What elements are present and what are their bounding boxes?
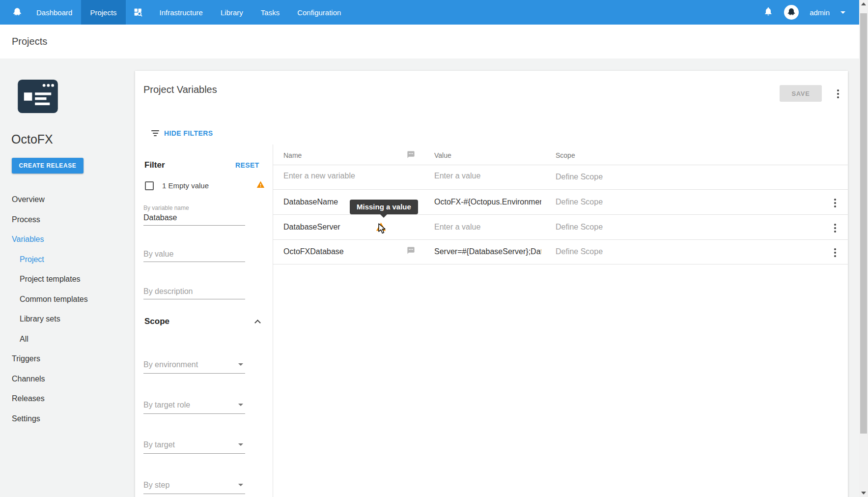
target-role-filter-select[interactable]: By target role: [143, 399, 245, 414]
filter-panel: Filter RESET 1 Empty value By variable n…: [135, 71, 273, 497]
sidebar-item-project-templates[interactable]: Project templates: [0, 269, 135, 290]
user-menu-chevron-down-icon[interactable]: [840, 11, 845, 14]
nav-item-library[interactable]: Library: [212, 0, 252, 25]
window-scrollbar[interactable]: [859, 0, 868, 497]
step-filter-label: By step: [143, 481, 169, 489]
sidebar-item-settings[interactable]: Settings: [0, 409, 135, 429]
comment-icon[interactable]: [407, 246, 415, 257]
variable-name[interactable]: OctoFXDatabase: [283, 247, 344, 256]
chevron-down-icon: [238, 484, 243, 486]
variable-name[interactable]: DatabaseServer: [283, 223, 340, 232]
top-nav: Dashboard Projects Infrastructure Librar…: [0, 0, 859, 25]
define-scope-button[interactable]: Define Scope: [556, 223, 603, 232]
nav-item-infrastructure[interactable]: Infrastructure: [151, 0, 212, 25]
sidebar-item-variables[interactable]: Variables: [0, 230, 135, 250]
octopus-logo-icon[interactable]: [0, 0, 28, 25]
new-variable-row: Define Scope: [273, 165, 848, 190]
table-row[interactable]: DatabaseServer Enter a value Define Scop…: [273, 215, 848, 240]
description-filter-input[interactable]: [143, 285, 245, 299]
sidebar-item-all[interactable]: All: [0, 329, 135, 350]
scope-column-header: Scope: [556, 151, 575, 159]
filter-heading: Filter: [144, 160, 165, 170]
create-release-button[interactable]: CREATE RELEASE: [12, 158, 84, 174]
sidebar-item-releases[interactable]: Releases: [0, 389, 135, 409]
project-logo: [18, 80, 58, 115]
table-row[interactable]: OctoFXDatabase Server=#{DatabaseServer};…: [273, 240, 848, 264]
scope-collapse-chevron-up-icon[interactable]: [254, 320, 261, 326]
breadcrumb-bar: Projects: [0, 25, 859, 58]
target-role-filter-label: By target role: [143, 401, 190, 409]
environment-filter-label: By environment: [143, 360, 198, 369]
warning-icon: [256, 180, 265, 191]
project-name: OctoFX: [11, 132, 53, 146]
bell-icon[interactable]: [763, 6, 773, 18]
scroll-down-arrow-icon[interactable]: [861, 492, 866, 495]
nav-item-projects[interactable]: Projects: [81, 0, 125, 25]
chevron-down-icon: [238, 363, 243, 366]
new-variable-value-input[interactable]: [434, 172, 541, 180]
table-header: Name Value Scope: [273, 145, 848, 165]
save-button[interactable]: SAVE: [780, 85, 822, 102]
chevron-down-icon: [238, 443, 243, 446]
name-column-header: Name: [283, 151, 302, 159]
variable-name[interactable]: DatabaseName: [283, 198, 338, 206]
environment-filter-select[interactable]: By environment: [143, 358, 245, 374]
row-overflow-menu-icon[interactable]: [832, 197, 838, 209]
project-menu: Overview Process Variables Project Proje…: [0, 190, 135, 429]
project-sidebar: OctoFX CREATE RELEASE Overview Process V…: [0, 58, 135, 497]
variable-value[interactable]: Enter a value: [434, 223, 541, 232]
sidebar-item-triggers[interactable]: Triggers: [0, 349, 135, 369]
sidebar-item-channels[interactable]: Channels: [0, 369, 135, 389]
target-filter-select[interactable]: By target: [143, 439, 245, 454]
mouse-cursor-icon: [378, 223, 388, 236]
scrollbar-thumb[interactable]: [860, 13, 867, 434]
define-scope-button[interactable]: Define Scope: [556, 198, 603, 206]
project-variables-card: Project Variables SAVE HIDE FILTERS Filt…: [135, 71, 848, 497]
user-name: admin: [810, 8, 830, 17]
search-spaces-icon[interactable]: [126, 0, 151, 25]
chevron-down-icon: [238, 404, 243, 406]
comment-icon[interactable]: [407, 150, 415, 160]
sidebar-item-project[interactable]: Project: [0, 250, 135, 270]
target-filter-label: By target: [143, 440, 175, 449]
sidebar-item-overview[interactable]: Overview: [0, 190, 135, 210]
scroll-up-arrow-icon[interactable]: [861, 2, 866, 5]
value-filter-input[interactable]: [143, 248, 245, 262]
new-variable-name-input[interactable]: [283, 172, 421, 180]
value-column-header: Value: [434, 151, 451, 159]
reset-button[interactable]: RESET: [235, 161, 259, 169]
page-title: Projects: [12, 36, 47, 47]
nav-item-tasks[interactable]: Tasks: [252, 0, 288, 25]
row-overflow-menu-icon[interactable]: [832, 246, 838, 259]
sidebar-item-process[interactable]: Process: [0, 210, 135, 230]
define-scope-button[interactable]: Define Scope: [556, 247, 603, 256]
empty-value-checkbox[interactable]: [145, 181, 154, 190]
variables-table: Name Value Scope Define Scope DatabaseNa…: [273, 145, 848, 497]
row-overflow-menu-icon[interactable]: [832, 222, 838, 234]
variable-value[interactable]: Server=#{DatabaseServer};Dat: [434, 247, 541, 256]
scope-section-heading: Scope: [144, 317, 169, 326]
define-scope-button[interactable]: Define Scope: [556, 173, 603, 181]
sidebar-item-common-templates[interactable]: Common templates: [0, 290, 135, 310]
avatar[interactable]: [784, 5, 799, 20]
variable-name-filter-label: By variable name: [143, 205, 189, 211]
empty-value-label[interactable]: 1 Empty value: [162, 181, 256, 190]
overflow-menu-icon[interactable]: [835, 88, 841, 100]
variable-value[interactable]: OctoFX-#{Octopus.Environmen: [434, 198, 541, 206]
variable-name-filter-input[interactable]: [143, 211, 245, 226]
missing-value-tooltip: Missing a value: [350, 200, 418, 214]
nav-item-dashboard[interactable]: Dashboard: [28, 0, 81, 25]
nav-item-configuration[interactable]: Configuration: [288, 0, 350, 25]
step-filter-select[interactable]: By step: [143, 479, 245, 494]
sidebar-item-library-sets[interactable]: Library sets: [0, 309, 135, 329]
